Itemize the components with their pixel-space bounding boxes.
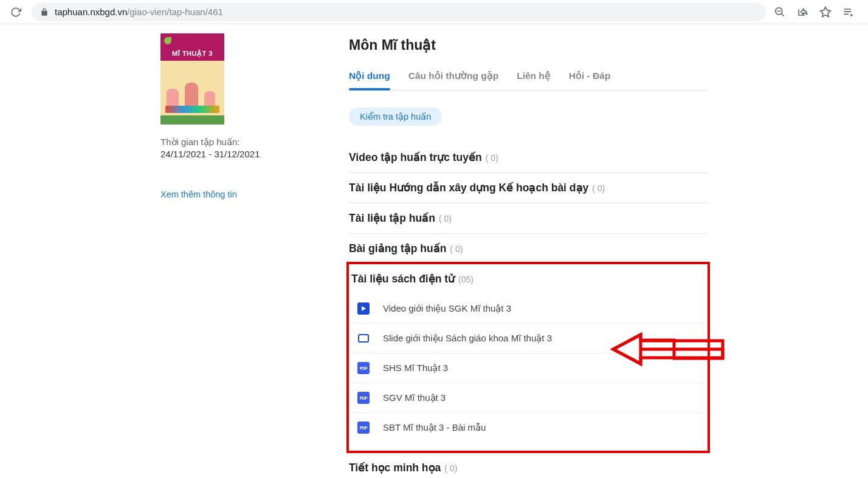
section-video-online[interactable]: Video tập huấn trực tuyến ( 0) — [349, 143, 708, 173]
item-label: SGV Mĩ thuật 3 — [383, 392, 446, 403]
svg-marker-5 — [362, 306, 366, 311]
star-icon — [819, 6, 832, 18]
tab-content[interactable]: Nội dung — [349, 64, 390, 90]
section-title: Tiết học minh họa — [349, 462, 441, 474]
section-doc-plan[interactable]: Tài liệu Hướng dẫn xây dựng Kế hoạch bài… — [349, 173, 708, 203]
item-label: SBT Mĩ thuật 3 - Bài mẫu — [383, 422, 486, 433]
section-demo[interactable]: Tiết học minh họa ( 0) — [349, 453, 708, 478]
svg-marker-3 — [821, 7, 831, 16]
playlist-icon — [842, 6, 855, 18]
tab-contact[interactable]: Liên hệ — [517, 64, 551, 90]
list-item[interactable]: Video giới thiệu SGK Mĩ thuật 3 — [351, 290, 705, 323]
zoom-button[interactable] — [772, 5, 787, 19]
section-title: Video tập huấn trực tuyến — [349, 151, 482, 164]
ebook-item-list: Video giới thiệu SGK Mĩ thuật 3 Slide gi… — [351, 290, 705, 442]
section-title: Tài liệu Hướng dẫn xây dựng Kế hoạch bài… — [349, 182, 588, 194]
section-count: ( 0) — [444, 463, 457, 473]
bookmark-button[interactable] — [818, 5, 833, 19]
list-item[interactable]: PDF SBT Mĩ thuật 3 - Bài mẫu — [351, 412, 705, 442]
play-icon — [357, 302, 370, 315]
item-label: SHS Mĩ Thuật 3 — [383, 363, 448, 374]
section-title: Bài giảng tập huấn — [349, 242, 446, 255]
reload-button[interactable] — [6, 2, 26, 22]
highlight-annotation: Tài liệu sách điện tử (05) Video giới th… — [346, 262, 710, 453]
reading-list-button[interactable] — [841, 5, 856, 19]
section-doc-training[interactable]: Tài liệu tập huấn ( 0) — [349, 203, 708, 234]
lock-icon — [40, 8, 49, 16]
section-count: (05) — [458, 275, 474, 284]
time-label: Thời gian tập huấn: — [160, 137, 331, 148]
book-cover[interactable]: MĨ THUẬT 3 — [160, 33, 224, 125]
item-label: Slide giới thiệu Sách giáo khoa Mĩ thuật… — [383, 333, 552, 344]
address-bar[interactable]: taphuan.nxbgd.vn/giao-vien/tap-huan/461 — [32, 3, 766, 21]
exam-chip[interactable]: Kiểm tra tập huấn — [349, 108, 442, 126]
section-count: ( 0) — [450, 244, 463, 254]
more-info-link[interactable]: Xem thêm thông tin — [160, 189, 331, 199]
item-label: Video giới thiệu SGK Mĩ thuật 3 — [383, 303, 511, 314]
tab-faq[interactable]: Câu hỏi thường gặp — [408, 64, 498, 90]
url-path: /giao-vien/tap-huan/461 — [127, 7, 223, 17]
section-count: ( 0) — [592, 183, 605, 193]
section-title: Tài liệu sách điện tử — [351, 273, 455, 285]
section-count: ( 0) — [439, 214, 452, 224]
share-button[interactable] — [795, 5, 810, 19]
pdf-icon: PDF — [357, 392, 370, 404]
browser-toolbar: taphuan.nxbgd.vn/giao-vien/tap-huan/461 — [0, 0, 868, 24]
reload-icon — [10, 7, 21, 18]
browser-actions — [772, 5, 862, 19]
url-text: taphuan.nxbgd.vn/giao-vien/tap-huan/461 — [55, 7, 223, 17]
slide-icon — [357, 332, 370, 344]
main-content: Môn Mĩ thuật Nội dung Câu hỏi thường gặp… — [349, 33, 817, 478]
svg-line-1 — [781, 13, 784, 16]
list-item[interactable]: PDF SHS Mĩ Thuật 3 — [351, 353, 705, 383]
tab-qa[interactable]: Hỏi - Đáp — [569, 64, 611, 90]
section-count: ( 0) — [486, 153, 498, 163]
section-lecture[interactable]: Bài giảng tập huấn ( 0) — [349, 234, 708, 264]
list-item[interactable]: PDF SGV Mĩ thuật 3 — [351, 383, 705, 412]
section-title: Tài liệu tập huấn — [349, 212, 435, 225]
sidebar: MĨ THUẬT 3 Thời gian tập huấn: 24/11/202… — [51, 33, 349, 478]
url-domain: taphuan.nxbgd.vn — [55, 7, 127, 17]
page-title: Môn Mĩ thuật — [349, 37, 708, 53]
list-item[interactable]: Slide giới thiệu Sách giáo khoa Mĩ thuật… — [351, 323, 705, 353]
share-icon — [797, 6, 808, 18]
pdf-icon: PDF — [357, 422, 370, 434]
tabs: Nội dung Câu hỏi thường gặp Liên hệ Hỏi … — [349, 64, 708, 90]
pdf-icon: PDF — [357, 362, 370, 374]
section-ebook[interactable]: Tài liệu sách điện tử (05) Video giới th… — [351, 264, 705, 451]
time-value: 24/11/2021 - 31/12/2021 — [160, 149, 331, 159]
zoom-out-icon — [774, 6, 785, 18]
